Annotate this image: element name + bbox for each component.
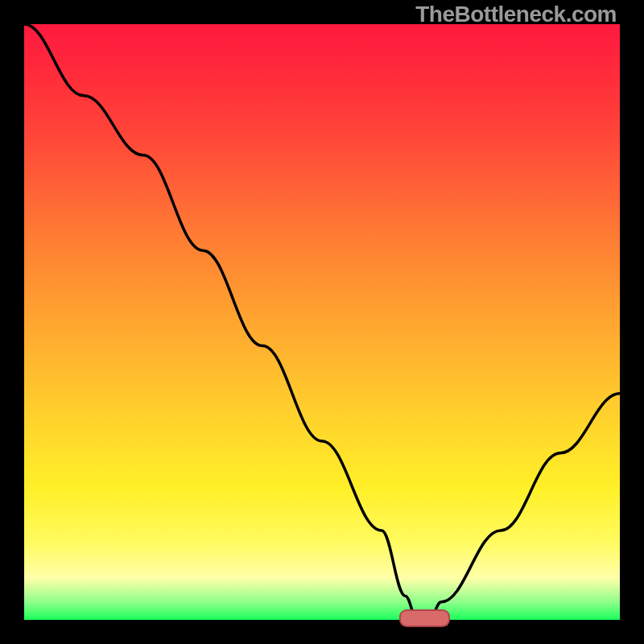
- gradient-plot-area: [24, 24, 620, 620]
- bottleneck-curve: [24, 24, 620, 620]
- chart-frame: TheBottleneck.com: [0, 0, 644, 644]
- optimal-point-marker: [399, 609, 450, 628]
